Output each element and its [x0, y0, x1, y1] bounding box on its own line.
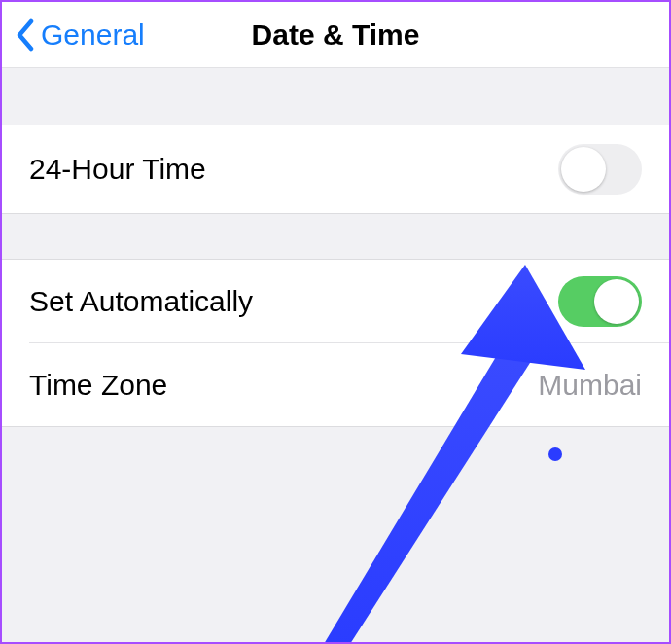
toggle-24-hour[interactable] [558, 144, 642, 195]
section-gap [2, 68, 669, 125]
toggle-knob [561, 147, 606, 192]
row-24-hour-time[interactable]: 24-Hour Time [2, 125, 669, 214]
section-gap [2, 214, 669, 259]
row-label: Time Zone [29, 369, 167, 402]
toggle-knob [594, 279, 639, 324]
toggle-set-automatically[interactable] [558, 276, 642, 327]
row-label: 24-Hour Time [29, 153, 206, 186]
settings-screen: General Date & Time 24-Hour Time Set Aut… [0, 0, 671, 644]
back-button[interactable]: General [2, 18, 145, 52]
row-time-zone[interactable]: Time Zone Mumbai [2, 343, 669, 427]
row-label: Set Automatically [29, 285, 253, 318]
navbar: General Date & Time [2, 2, 669, 68]
time-zone-value: Mumbai [538, 369, 642, 402]
back-label: General [41, 18, 145, 52]
chevron-left-icon [16, 18, 35, 52]
annotation-dot-icon [548, 447, 562, 461]
row-set-automatically[interactable]: Set Automatically [2, 259, 669, 342]
